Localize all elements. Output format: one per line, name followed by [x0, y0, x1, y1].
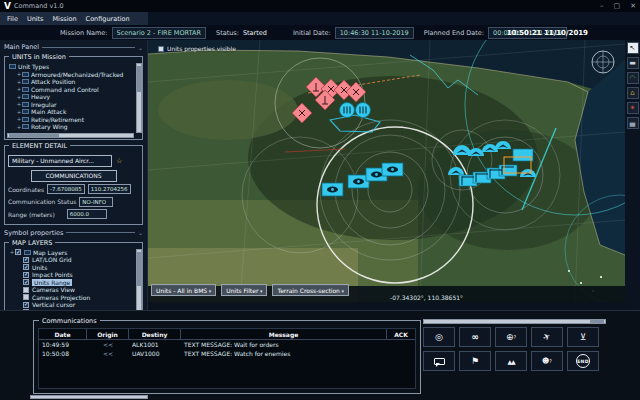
close-button[interactable]: ✕ [630, 2, 636, 10]
main-panel-sidebar: Main Panel UNITS in Mission Unit Types A… [0, 40, 148, 310]
layer-cameras-view[interactable]: Cameras View [23, 286, 132, 294]
tree-item-irregular[interactable]: Irregular [16, 101, 132, 109]
compass-icon[interactable] [592, 51, 614, 73]
element-selector[interactable]: Military - Unmanned Aircr... [8, 155, 112, 167]
menu-configuration[interactable]: Configuration [86, 15, 130, 23]
measure-tool-icon[interactable]: ▬ [627, 57, 639, 69]
comm-status-label: Communication Status [8, 198, 76, 205]
col-date[interactable]: Date [39, 329, 87, 339]
units-tree-horizontal-scrollbar[interactable] [7, 133, 134, 138]
favorite-star-icon[interactable]: ☆ [116, 157, 122, 165]
terrain-tool-icon[interactable]: ⌂ [627, 87, 639, 99]
layer-units[interactable]: Units [23, 264, 132, 272]
layer-units-range[interactable]: Units Range [23, 279, 132, 287]
menu-file[interactable]: File [7, 15, 18, 23]
map-layers-title: MAP LAYERS [9, 239, 55, 247]
layer-checkbox[interactable] [23, 287, 29, 293]
flag-point-button[interactable]: ⚑ [459, 351, 491, 371]
chat-button[interactable] [423, 351, 455, 371]
units-all-in-bms-button[interactable]: Units - All in BMS [151, 284, 216, 296]
col-origin[interactable]: Origin [87, 329, 129, 339]
table-row[interactable]: 10:50:08 << UAV1000 TEXT MESSAGE: Watch … [39, 349, 415, 358]
communications-horizontal-scrollbar[interactable] [30, 395, 148, 399]
tree-item-rotary-wing[interactable]: Rotary Wing [16, 123, 132, 131]
vehicle-tool-icon[interactable]: ▄ [627, 117, 639, 129]
coordinates-label: Coordinates [8, 186, 44, 193]
globe-query-button[interactable]: ⊕? [495, 327, 527, 347]
communications-button[interactable]: COMMUNICATIONS [31, 170, 117, 182]
network-tool-icon[interactable]: ✶ [627, 102, 639, 114]
cell-message: TEXT MESSAGE: Watch for enemies [181, 349, 387, 358]
minimize-button[interactable]: – [600, 2, 604, 10]
layer-checkbox[interactable] [23, 294, 29, 300]
layer-cameras-projection[interactable]: Cameras Projection [23, 294, 132, 302]
layer-checkbox[interactable] [23, 264, 29, 270]
table-row[interactable]: 10:49:59 << ALK1001 TEXT MESSAGE: Wait f… [39, 340, 415, 349]
tree-item-retire[interactable]: Retire/Retirement [16, 116, 132, 124]
folder-icon [22, 117, 29, 122]
end-mission-button[interactable]: END [567, 351, 599, 371]
recon-button[interactable]: ∞ [459, 327, 491, 347]
status-value: Started [243, 29, 267, 37]
main-panel-header[interactable]: Main Panel [4, 43, 143, 51]
units-filter-button[interactable]: Units Filter [221, 284, 267, 296]
tree-item-armoured[interactable]: Armoured/Mechanized/Tracked [16, 71, 132, 79]
layer-checkbox[interactable] [23, 279, 29, 285]
layer-checkbox[interactable] [15, 249, 21, 255]
menu-mission[interactable]: Mission [53, 15, 77, 23]
symbol-properties-header[interactable]: Symbol properties [4, 229, 143, 237]
flag-pin-icon: ⚑ [471, 356, 479, 366]
col-destiny[interactable]: Destiny [129, 329, 181, 339]
coordinate-lat-field[interactable]: -7.6708085 [47, 184, 85, 194]
layer-latlon-grid[interactable]: LAT/LON Grid [23, 256, 132, 264]
cursor-tool-icon[interactable]: ↖ [627, 42, 639, 54]
communications-table[interactable]: Date Origin Destiny Message ACK 10:49:59… [38, 328, 416, 389]
coordinate-lon-field[interactable]: 110.2704256 [88, 184, 131, 194]
plain-friendly-unit [513, 149, 533, 161]
app-logo-icon: V [4, 1, 10, 11]
tree-item-heavy[interactable]: Heavy [16, 93, 132, 101]
menu-units[interactable]: Units [27, 15, 44, 23]
units-tree-vertical-scrollbar[interactable] [136, 63, 142, 133]
tree-item-unit-types[interactable]: Unit Types [9, 63, 132, 71]
maximize-button[interactable]: ▢ [614, 2, 621, 10]
range-field[interactable]: 6000.0 [67, 209, 107, 219]
terrain-cross-section-button[interactable]: Terrain Cross-section [272, 284, 349, 296]
landing-button[interactable]: ⊻ [567, 327, 599, 347]
actions-horizontal-scrollbar[interactable] [423, 319, 606, 324]
map-viewport[interactable]: Units properties visible Units - All in … [148, 40, 625, 302]
map-point-button[interactable]: ▲▲ [495, 351, 527, 371]
layer-checkbox[interactable] [23, 257, 29, 263]
map-layers-vertical-scrollbar[interactable] [136, 249, 142, 317]
window-title: Command v1.0 [14, 2, 64, 10]
signal-tool-icon[interactable]: ◠ [627, 72, 639, 84]
layer-vertical-cursor[interactable]: Vertical cursor [23, 301, 132, 309]
symbol-properties-title: Symbol properties [4, 229, 63, 237]
folder-icon [9, 64, 16, 69]
layer-checkbox[interactable] [23, 272, 29, 278]
layer-impact-points[interactable]: Impact Points [23, 271, 132, 279]
col-ack[interactable]: ACK [387, 329, 415, 339]
layer-root[interactable]: Map Layers [9, 249, 132, 257]
globe-query-icon: ⊕ [506, 332, 514, 342]
tree-item-command-control[interactable]: Command and Control [16, 86, 132, 94]
status-label: Status: [216, 29, 239, 37]
map-canvas[interactable] [148, 40, 625, 302]
bottom-panel: Communications Date Origin Destiny Messa… [0, 310, 640, 400]
target-button[interactable]: ◎ [423, 327, 455, 347]
col-message[interactable]: Message [181, 329, 387, 339]
tree-item-main-attack[interactable]: Main Attack [16, 108, 132, 116]
landing-icon: ⊻ [580, 332, 587, 342]
units-properties-toggle[interactable]: Units properties visible [158, 45, 236, 52]
map-pin-icon: ▲▲ [507, 358, 514, 365]
units-group-title: UNITS in Mission [9, 53, 69, 61]
initial-date-label: Initial Date: [293, 29, 331, 37]
tree-item-attack-position[interactable]: Attack Position [16, 78, 132, 86]
fire-mission-button[interactable]: ✈ [531, 327, 563, 347]
units-properties-checkbox[interactable] [158, 46, 164, 52]
person-query-button[interactable]: ☻? [531, 351, 563, 371]
communications-header-row: Date Origin Destiny Message ACK [39, 329, 415, 340]
layer-checkbox[interactable] [23, 302, 29, 308]
folder-icon [22, 87, 29, 92]
window-titlebar: V Command v1.0 – ▢ ✕ [0, 0, 640, 12]
